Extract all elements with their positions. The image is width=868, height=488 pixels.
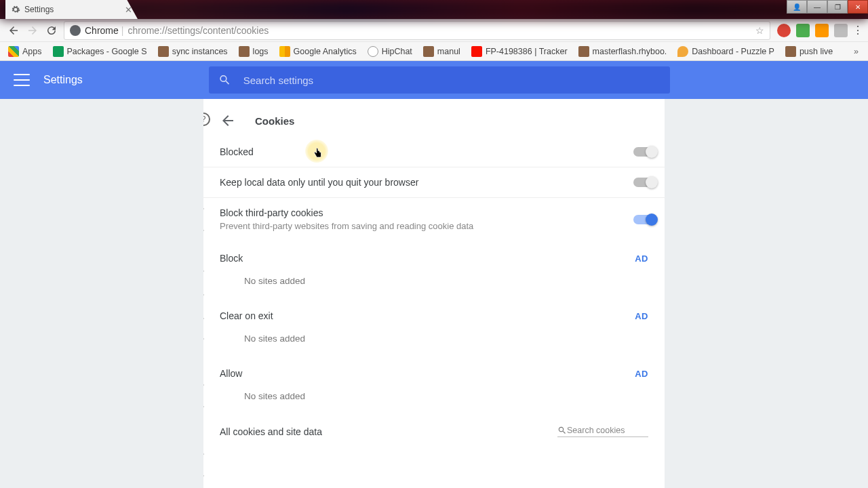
extension-favicon — [578, 46, 589, 57]
browser-tab[interactable]: Settings ✕ — [5, 0, 138, 19]
row-keep-local[interactable]: Keep local data only until you quit your… — [203, 167, 665, 198]
apps-icon — [8, 46, 19, 57]
window-controls: 👤 — ❐ ✕ — [787, 0, 868, 14]
page-title: Cookies — [255, 115, 294, 127]
section-allow: Allow AD — [203, 356, 665, 383]
search-settings-input[interactable] — [243, 75, 660, 86]
back-arrow-icon[interactable] — [220, 113, 236, 129]
extension-icon[interactable] — [815, 24, 829, 37]
settings-panel: ? Cookies Blocked Keep local data only u… — [203, 99, 665, 488]
clear-empty: No sites added — [203, 325, 665, 356]
search-settings-box[interactable] — [209, 66, 670, 94]
bookmark-item[interactable]: manul — [419, 44, 465, 59]
allow-empty: No sites added — [203, 383, 665, 413]
address-bar[interactable]: Chrome | chrome://settings/content/cooki… — [64, 21, 770, 40]
chrome-icon — [70, 25, 81, 36]
search-icon — [557, 426, 567, 435]
block-empty: No sites added — [203, 268, 665, 298]
bookmark-item[interactable]: Dashboard - Puzzle P — [673, 44, 778, 59]
browser-toolbar: Chrome | chrome://settings/content/cooki… — [0, 19, 868, 42]
row-blocked[interactable]: Blocked — [203, 137, 665, 167]
extension-icon[interactable] — [834, 24, 848, 37]
all-cookies-row[interactable]: All cookies and site data — [203, 413, 665, 437]
chrome-menu-icon[interactable]: ⋮ — [852, 24, 864, 37]
bookmarks-overflow-icon[interactable]: » — [854, 47, 864, 56]
hipchat-icon — [368, 46, 378, 57]
bookmark-item[interactable]: HipChat — [363, 44, 416, 59]
toggle-blocked[interactable] — [633, 147, 656, 157]
add-block-button[interactable]: AD — [635, 253, 648, 264]
section-block: Block AD — [203, 241, 665, 268]
bookmark-item[interactable]: push live — [781, 44, 837, 59]
adobe-icon — [471, 46, 482, 57]
bookmark-item[interactable]: Google Analytics — [275, 44, 361, 59]
bookmarks-bar: Apps Packages - Google S sync instances … — [0, 42, 868, 61]
back-button[interactable] — [4, 21, 23, 40]
extension-icon[interactable] — [777, 24, 791, 37]
bookmark-item[interactable]: logs — [235, 44, 273, 59]
extension-icon[interactable] — [796, 24, 810, 37]
bookmark-item[interactable]: masterflash.rhyboo. — [574, 44, 671, 59]
gear-icon — [11, 5, 20, 14]
search-icon — [218, 73, 231, 87]
bookmark-item[interactable]: FP-4198386 | Tracker — [467, 44, 572, 59]
toggle-third-party[interactable] — [633, 215, 656, 224]
analytics-icon — [279, 46, 290, 57]
tab-title: Settings — [24, 5, 54, 14]
os-titlebar: Settings ✕ 👤 — ❐ ✕ — [0, 0, 868, 19]
add-clear-button[interactable]: AD — [635, 311, 648, 321]
apps-button[interactable]: Apps — [4, 44, 46, 59]
search-cookies-input[interactable] — [567, 426, 648, 435]
sheets-icon — [53, 46, 64, 57]
extension-favicon — [785, 46, 796, 57]
row-third-party[interactable]: Block third-party cookies Prevent third-… — [203, 198, 665, 241]
content-area: ? Cookies Blocked Keep local data only u… — [0, 99, 868, 488]
extension-favicon — [423, 46, 434, 57]
bookmark-item[interactable]: Packages - Google S — [49, 44, 151, 59]
user-button[interactable]: 👤 — [787, 0, 807, 14]
minimize-button[interactable]: — — [807, 0, 827, 14]
add-allow-button[interactable]: AD — [635, 369, 648, 379]
close-window-button[interactable]: ✕ — [848, 0, 868, 14]
reload-button[interactable] — [42, 21, 61, 40]
settings-header: Settings — [0, 61, 868, 99]
extension-icons — [773, 24, 852, 37]
hamburger-menu-icon[interactable] — [14, 74, 30, 86]
bookmark-item[interactable]: sync instances — [154, 44, 232, 59]
url-path: chrome://settings/content/cookies — [127, 25, 269, 36]
section-clear: Clear on exit AD — [203, 298, 665, 325]
forward-button[interactable] — [23, 21, 42, 40]
header-title: Settings — [43, 74, 83, 86]
extension-favicon — [158, 46, 169, 57]
extension-favicon — [239, 46, 250, 57]
bookmark-star-icon[interactable]: ☆ — [755, 25, 764, 36]
cloud-icon — [677, 46, 688, 57]
url-scheme: Chrome — [85, 25, 119, 36]
toggle-keep-local[interactable] — [633, 178, 656, 187]
maximize-button[interactable]: ❐ — [827, 0, 848, 14]
